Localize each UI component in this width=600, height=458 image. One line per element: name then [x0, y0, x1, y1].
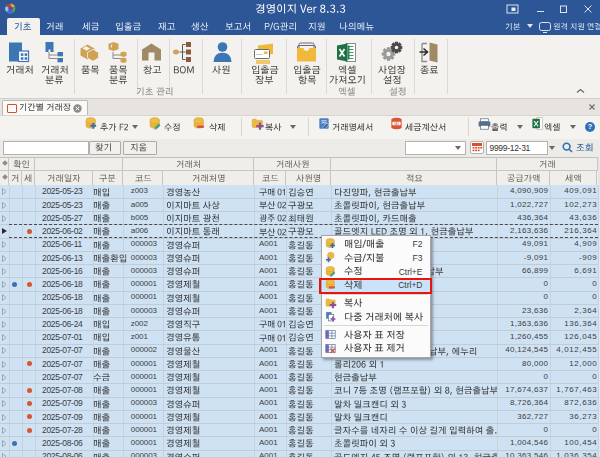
svg-text:TAX: TAX	[394, 122, 400, 126]
svg-text:?: ?	[588, 122, 593, 131]
